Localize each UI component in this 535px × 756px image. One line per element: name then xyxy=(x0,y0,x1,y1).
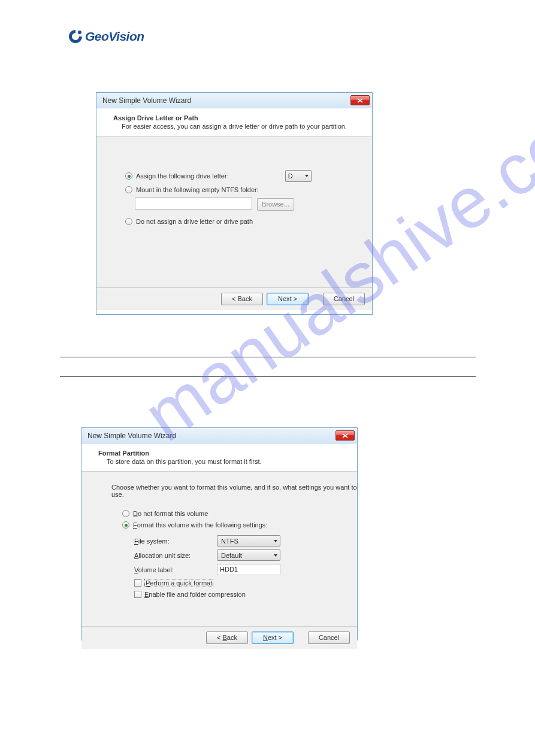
radio-format[interactable] xyxy=(122,521,129,529)
compression-checkbox[interactable] xyxy=(134,591,141,598)
titlebar: New Simple Volume Wizard xyxy=(81,428,357,444)
radio-mount-folder[interactable] xyxy=(125,186,132,193)
file-system-dropdown[interactable]: NTFS xyxy=(217,535,280,546)
allocation-unit-label: Allocation unit size: xyxy=(134,552,217,559)
dialog-title: New Simple Volume Wizard xyxy=(102,96,350,105)
drive-letter-dropdown[interactable]: D xyxy=(285,170,312,182)
radio-assign-letter[interactable] xyxy=(125,172,132,180)
mount-path-input[interactable] xyxy=(135,198,252,210)
allocation-unit-row: Allocation unit size: Default xyxy=(134,549,357,561)
file-system-value: NTFS xyxy=(221,538,238,545)
next-button[interactable]: Next > xyxy=(252,631,294,644)
close-icon xyxy=(357,98,363,103)
close-button[interactable] xyxy=(350,95,370,105)
dialog-footer: < Back Next > Cancel xyxy=(81,626,357,649)
allocation-unit-dropdown[interactable]: Default xyxy=(217,549,280,561)
format-prompt: Choose whether you want to format this v… xyxy=(81,484,357,509)
next-button[interactable]: Next > xyxy=(267,293,309,305)
svg-point-0 xyxy=(78,31,81,34)
close-icon xyxy=(342,433,348,438)
browse-button[interactable]: Browse... xyxy=(257,198,294,211)
file-system-label: File system: xyxy=(134,538,217,545)
titlebar: New Simple Volume Wizard xyxy=(96,93,372,108)
divider xyxy=(60,376,476,377)
dialog-footer: < Back Next > Cancel xyxy=(96,287,372,310)
logo-mark-icon xyxy=(68,29,83,44)
dialog-title: New Simple Volume Wizard xyxy=(87,432,335,440)
close-button[interactable] xyxy=(335,430,355,441)
radio-format-label: Format this volume with the following se… xyxy=(133,521,267,529)
radio-do-not-format-label: Do not format this volume xyxy=(133,510,208,517)
quick-format-row: Perform a quick format xyxy=(81,579,357,587)
allocation-unit-value: Default xyxy=(221,552,242,559)
radio-mount-folder-label: Mount in the following empty NTFS folder… xyxy=(136,186,259,193)
radio-no-assign-row: Do not assign a drive letter or drive pa… xyxy=(96,217,372,226)
chevron-down-icon xyxy=(274,540,277,542)
chevron-down-icon xyxy=(305,175,309,177)
cancel-button[interactable]: Cancel xyxy=(308,631,350,644)
radio-mount-folder-row: Mount in the following empty NTFS folder… xyxy=(96,185,372,195)
format-settings: File system: NTFS Allocation unit size: … xyxy=(81,532,357,575)
dialog-header: Assign Drive Letter or Path For easier a… xyxy=(96,108,372,136)
radio-assign-letter-label: Assign the following drive letter: xyxy=(136,172,229,180)
volume-label-label: Volume label: xyxy=(134,566,217,573)
quick-format-checkbox[interactable] xyxy=(134,579,141,587)
drive-letter-value: D xyxy=(288,172,293,180)
volume-label-input[interactable]: HDD1 xyxy=(217,564,280,575)
dialog-body: Assign the following drive letter: D Mou… xyxy=(96,136,372,287)
radio-no-assign-label: Do not assign a drive letter or drive pa… xyxy=(136,218,253,225)
file-system-row: File system: NTFS xyxy=(134,535,357,546)
chevron-down-icon xyxy=(274,554,277,557)
header-title: Format Partition xyxy=(98,450,343,457)
quick-format-label: Perform a quick format xyxy=(144,579,213,587)
header-subtitle: For easier access, you can assign a driv… xyxy=(113,123,358,130)
radio-do-not-format[interactable] xyxy=(122,510,129,517)
radio-assign-letter-row: Assign the following drive letter: D xyxy=(96,169,372,183)
logo-text: GeoVision xyxy=(85,29,144,44)
format-partition-dialog: New Simple Volume Wizard Format Partitio… xyxy=(81,427,358,640)
cancel-button[interactable]: Cancel xyxy=(323,293,365,305)
back-button[interactable]: < Back xyxy=(206,631,248,644)
dialog-body: Choose whether you want to format this v… xyxy=(81,472,357,626)
compression-label: Enable file and folder compression xyxy=(144,591,246,598)
assign-drive-letter-dialog: New Simple Volume Wizard Assign Drive Le… xyxy=(96,92,373,315)
header-title: Assign Drive Letter or Path xyxy=(113,114,358,122)
radio-format-row: Format this volume with the following se… xyxy=(81,520,357,530)
geovision-logo: GeoVision xyxy=(68,29,144,44)
divider xyxy=(60,357,476,357)
header-subtitle: To store data on this partition, you mus… xyxy=(98,458,343,465)
compression-row: Enable file and folder compression xyxy=(81,591,357,598)
radio-do-not-format-row: Do not format this volume xyxy=(81,509,357,518)
volume-label-row: Volume label: HDD1 xyxy=(134,564,357,575)
back-button[interactable]: < Back xyxy=(221,293,263,305)
dialog-header: Format Partition To store data on this p… xyxy=(81,444,357,472)
radio-no-assign[interactable] xyxy=(125,218,132,225)
